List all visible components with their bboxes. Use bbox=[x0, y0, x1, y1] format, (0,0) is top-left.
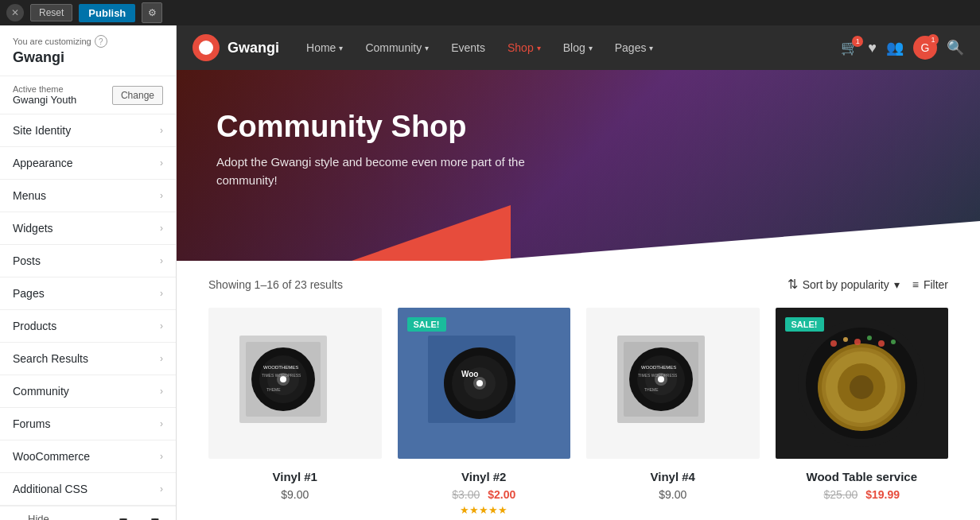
notification-badge: 1 bbox=[928, 34, 939, 45]
vinyl-image: Woo bbox=[420, 320, 547, 447]
hero-content: Community Shop Adopt the Gwangi style an… bbox=[177, 70, 980, 229]
sidebar-item-widgets[interactable]: Widgets › bbox=[0, 212, 176, 245]
filter-icon: ≡ bbox=[912, 278, 919, 291]
svg-text:THEME: THEME bbox=[644, 387, 659, 392]
hero-subtitle: Adopt the Gwangi style and become even m… bbox=[216, 153, 535, 189]
shop-toolbar: Showing 1–16 of 23 results ⇅ Sort by pop… bbox=[208, 277, 948, 292]
nav-item-pages[interactable]: Pages ▾ bbox=[604, 25, 665, 70]
toolbar-right: ⇅ Sort by popularity ▾ ≡ Filter bbox=[788, 277, 948, 292]
nav-item-shop[interactable]: Shop ▾ bbox=[496, 25, 552, 70]
chevron-down-icon: ▾ bbox=[425, 44, 429, 52]
product-price: $9.00 bbox=[208, 488, 382, 501]
svg-text:THEME: THEME bbox=[266, 387, 281, 392]
sidebar-footer: 👁 Hide Controls 🖥 📱 📲 bbox=[0, 506, 176, 520]
mobile-icon[interactable]: 📲 bbox=[141, 516, 163, 521]
product-image[interactable]: SALE! Woo bbox=[398, 308, 571, 459]
svg-text:WOODTHEMES: WOODTHEMES bbox=[641, 365, 676, 370]
sidebar-item-search-results[interactable]: Search Results › bbox=[0, 343, 176, 375]
results-count: Showing 1–16 of 23 results bbox=[208, 278, 343, 291]
change-theme-button[interactable]: Change bbox=[112, 86, 163, 105]
site-navigation: Gwangi Home ▾ Community ▾ Events Shop ▾ bbox=[177, 25, 980, 70]
theme-section: Active theme Gwangi Youth Change bbox=[0, 76, 176, 114]
tablet-icon[interactable]: 📱 bbox=[112, 516, 134, 521]
product-image[interactable]: SALE! bbox=[776, 308, 949, 459]
sidebar-item-menus[interactable]: Menus › bbox=[0, 180, 176, 212]
site-logo[interactable]: Gwangi bbox=[192, 34, 279, 61]
avatar[interactable]: G 1 bbox=[913, 36, 937, 60]
theme-name: Gwangi Youth bbox=[13, 94, 76, 106]
svg-point-34 bbox=[830, 340, 837, 347]
chevron-right-icon: › bbox=[160, 320, 163, 332]
footer-icons: 🖥 📱 📲 bbox=[87, 516, 163, 521]
product-info: Vinyl #4 $9.00 bbox=[586, 459, 760, 507]
chevron-right-icon: › bbox=[160, 386, 163, 397]
desktop-icon[interactable]: 🖥 bbox=[87, 516, 106, 521]
svg-point-35 bbox=[843, 337, 848, 342]
filter-button[interactable]: ≡ Filter bbox=[912, 278, 948, 291]
cart-icon[interactable]: 🛒 1 bbox=[841, 39, 858, 56]
svg-point-37 bbox=[867, 336, 872, 340]
sidebar-item-forums[interactable]: Forums › bbox=[0, 408, 176, 440]
nav-item-blog[interactable]: Blog ▾ bbox=[552, 25, 604, 70]
sidebar-item-posts[interactable]: Posts › bbox=[0, 245, 176, 277]
svg-point-15 bbox=[476, 380, 483, 386]
product-card: SALE! Woo Vinyl #2 bbox=[398, 308, 571, 520]
svg-text:Woo: Woo bbox=[461, 370, 478, 378]
product-rating: ★★★★★ bbox=[398, 504, 571, 516]
sidebar-item-products[interactable]: Products › bbox=[0, 310, 176, 343]
publish-button[interactable]: Publish bbox=[79, 4, 135, 22]
product-name: Vinyl #2 bbox=[398, 470, 571, 483]
sort-icon: ⇅ bbox=[788, 277, 798, 292]
product-info: Vinyl #1 $9.00 bbox=[208, 459, 382, 507]
svg-point-33 bbox=[850, 375, 873, 399]
logo-inner bbox=[199, 41, 213, 55]
chevron-right-icon: › bbox=[160, 190, 163, 201]
product-image[interactable]: WOODTHEMES TIMES WORDPRESS THEME bbox=[586, 308, 760, 459]
product-card: SALE! bbox=[776, 308, 949, 520]
product-image[interactable]: WOODTHEMES TIMES WORDPRESS THEME bbox=[208, 308, 382, 459]
svg-point-39 bbox=[891, 340, 896, 344]
nav-item-community[interactable]: Community ▾ bbox=[354, 25, 440, 70]
chevron-right-icon: › bbox=[160, 451, 163, 462]
sort-dropdown[interactable]: ⇅ Sort by popularity ▾ bbox=[788, 277, 900, 292]
products-grid: WOODTHEMES TIMES WORDPRESS THEME Vinyl #… bbox=[208, 308, 948, 520]
wishlist-icon[interactable]: ♥ bbox=[868, 40, 877, 56]
chevron-down-icon: ▾ bbox=[894, 278, 900, 291]
sidebar-item-pages[interactable]: Pages › bbox=[0, 277, 176, 310]
sidebar-item-appearance[interactable]: Appearance › bbox=[0, 147, 176, 180]
info-icon[interactable]: ? bbox=[95, 35, 107, 48]
hide-controls-button[interactable]: 👁 Hide Controls bbox=[13, 513, 77, 520]
logo-icon bbox=[192, 34, 220, 61]
chevron-right-icon: › bbox=[160, 418, 163, 429]
gear-button[interactable]: ⚙ bbox=[142, 2, 162, 23]
product-info: Vinyl #2 $3.00 $2.00 ★★★★★ bbox=[398, 459, 571, 520]
product-price: $3.00 $2.00 bbox=[398, 488, 571, 501]
chevron-down-icon: ▾ bbox=[649, 44, 653, 52]
product-name: Vinyl #4 bbox=[586, 470, 760, 483]
theme-label: Active theme bbox=[13, 84, 76, 94]
reset-button[interactable]: Reset bbox=[30, 4, 72, 21]
sidebar-item-community[interactable]: Community › bbox=[0, 375, 176, 408]
members-icon[interactable]: 👥 bbox=[886, 39, 904, 56]
chevron-right-icon: › bbox=[160, 255, 163, 266]
site-name: Gwangi bbox=[13, 49, 163, 66]
svg-point-36 bbox=[854, 339, 861, 345]
nav-item-home[interactable]: Home ▾ bbox=[295, 25, 354, 70]
chevron-right-icon: › bbox=[160, 157, 163, 169]
nav-item-events[interactable]: Events bbox=[440, 25, 496, 70]
product-info: Wood Table service $25.00 $19.99 bbox=[776, 459, 949, 507]
chevron-right-icon: › bbox=[160, 288, 163, 299]
search-icon[interactable]: 🔍 bbox=[947, 39, 964, 56]
product-name: Vinyl #1 bbox=[208, 470, 382, 483]
nav-items: Home ▾ Community ▾ Events Shop ▾ Blog ▾ bbox=[295, 25, 841, 70]
sidebar-item-additional-css[interactable]: Additional CSS › bbox=[0, 473, 176, 506]
sidebar-item-woocommerce[interactable]: WooCommerce › bbox=[0, 440, 176, 473]
chevron-down-icon: ▾ bbox=[589, 44, 593, 52]
nav-right: 🛒 1 ♥ 👥 G 1 🔍 bbox=[841, 36, 964, 60]
wood-table-image bbox=[790, 312, 933, 455]
preview-area: Gwangi Home ▾ Community ▾ Events Shop ▾ bbox=[177, 25, 980, 520]
sidebar-item-site-identity[interactable]: Site Identity › bbox=[0, 114, 176, 147]
close-button[interactable]: ✕ bbox=[6, 4, 24, 21]
main-layout: You are customizing ? Gwangi Active them… bbox=[0, 25, 980, 520]
shop-area: Showing 1–16 of 23 results ⇅ Sort by pop… bbox=[177, 261, 980, 520]
